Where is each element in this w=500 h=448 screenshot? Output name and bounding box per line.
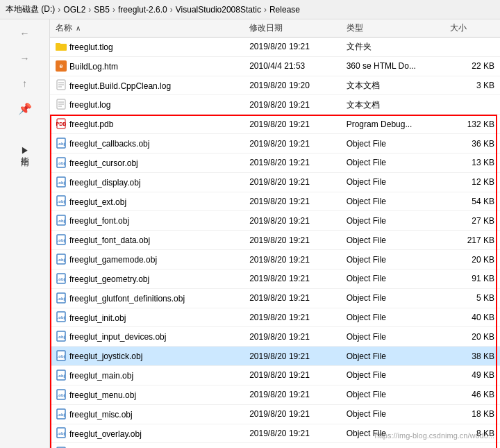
file-table: 名称 ∧ 修改日期 类型 大小 freeglut.tlog2019/8/20 1… xyxy=(50,19,500,448)
breadcrumb-item-ogl2[interactable]: OGL2 xyxy=(63,5,85,15)
nav-pin-icon[interactable]: 📌 xyxy=(18,101,32,115)
obj-icon: .obj xyxy=(56,408,67,420)
file-size-cell: 46 KB xyxy=(444,385,500,404)
table-row[interactable]: .obj freeglut_ext.obj2019/8/20 19:21Obje… xyxy=(50,192,500,211)
file-size-cell: 22 KB xyxy=(444,56,500,76)
table-row[interactable]: .obj freeglut_font.obj2019/8/20 19:21Obj… xyxy=(50,211,500,231)
file-size-cell: 38 KB xyxy=(444,347,500,366)
file-name-cell: .obj freeglut_font.obj xyxy=(50,211,244,231)
obj-icon: .obj xyxy=(56,427,67,438)
table-row[interactable]: freeglut.Build.CppClean.log2019/8/20 19:… xyxy=(50,76,500,95)
file-name-label: freeglut_glutfont_definitions.obj xyxy=(69,294,185,304)
file-size-cell: 12 KB xyxy=(444,172,500,192)
file-name-cell: freeglut.Build.CppClean.log xyxy=(50,76,244,95)
breadcrumb-item-freeglut[interactable]: freeglut-2.6.0 xyxy=(118,5,167,15)
file-name-label: freeglut_overlay.obj xyxy=(69,429,142,438)
file-name-cell: .obj freeglut_geometry.obj xyxy=(50,269,244,288)
svg-text:.obj: .obj xyxy=(58,219,65,223)
file-type-cell: Object File xyxy=(341,211,445,231)
file-type-cell: Object File xyxy=(341,404,445,424)
nav-forward-icon[interactable]: → xyxy=(18,51,32,65)
file-name-cell: freeglut.log xyxy=(50,95,244,115)
table-row[interactable]: .obj freeglut_cursor.obj2019/8/20 19:21O… xyxy=(50,153,500,172)
file-name-label: freeglut.tlog xyxy=(69,42,113,52)
svg-text:.obj: .obj xyxy=(58,335,65,339)
file-date-cell: 2019/8/20 19:21 xyxy=(244,385,341,404)
file-size-cell xyxy=(444,38,500,57)
file-name-cell: .obj freeglut_font_data.obj xyxy=(50,231,244,250)
breadcrumb-item-vs[interactable]: VisualStudio2008Static xyxy=(176,5,261,15)
file-type-cell: Object File xyxy=(341,385,445,404)
svg-rect-1 xyxy=(56,43,60,45)
col-header-type[interactable]: 类型 xyxy=(341,19,445,38)
folder-icon xyxy=(56,41,67,52)
svg-text:.obj: .obj xyxy=(58,393,65,397)
file-date-cell: 2019/8/20 19:21 xyxy=(244,327,341,347)
table-row[interactable]: .obj freeglut_display.obj2019/8/20 19:21… xyxy=(50,172,500,192)
table-row[interactable]: .obj freeglut_geometry.obj2019/8/20 19:2… xyxy=(50,269,500,288)
file-size-cell: 40 KB xyxy=(444,308,500,327)
file-name-label: freeglut_gamemode.obj xyxy=(69,255,157,265)
file-name-label: freeglut_font.obj xyxy=(69,216,129,226)
file-name-cell: .obj freeglut_main.obj xyxy=(50,366,244,385)
table-row[interactable]: freeglut.log2019/8/20 19:21文本文档 xyxy=(50,95,500,115)
table-row[interactable]: .obj freeglut_callbacks.obj2019/8/20 19:… xyxy=(50,134,500,154)
file-size-cell: 132 KB xyxy=(444,115,500,134)
file-date-cell: 2019/8/20 19:21 xyxy=(244,250,341,269)
log-icon xyxy=(56,79,67,90)
table-row[interactable]: eBuildLog.htm2010/4/4 21:53360 se HTML D… xyxy=(50,56,500,76)
svg-text:.obj: .obj xyxy=(58,315,65,320)
svg-text:PDB: PDB xyxy=(56,122,67,126)
file-name-cell: .obj freeglut_ext.obj xyxy=(50,192,244,211)
file-name-label: freeglut.pdb xyxy=(69,119,113,129)
obj-icon: .obj xyxy=(56,350,67,361)
file-name-label: freeglut_menu.obj xyxy=(69,390,136,400)
file-size-cell: 217 KB xyxy=(444,231,500,250)
breadcrumb-item-release[interactable]: Release xyxy=(269,5,300,15)
col-header-date[interactable]: 修改日期 xyxy=(244,19,341,38)
table-row[interactable]: freeglut.tlog2019/8/20 19:21文件夹 xyxy=(50,38,500,57)
table-row[interactable]: .obj freeglut_font_data.obj2019/8/20 19:… xyxy=(50,231,500,250)
nav-back-icon[interactable]: ← xyxy=(18,26,32,40)
table-row[interactable]: .obj freeglut_menu.obj2019/8/20 19:21Obj… xyxy=(50,385,500,404)
file-name-label: freeglut_geometry.obj xyxy=(69,274,149,284)
table-row[interactable]: .obj freeglut_joystick.obj2019/8/20 19:2… xyxy=(50,347,500,366)
file-date-cell: 2019/8/20 19:21 xyxy=(244,269,341,288)
file-name-cell: .obj freeglut_display.obj xyxy=(50,172,244,192)
file-type-cell: Object File xyxy=(341,366,445,385)
file-size-cell: 8 KB xyxy=(444,424,500,443)
file-date-cell: 2019/8/20 19:21 xyxy=(244,424,341,443)
file-date-cell: 2019/8/20 19:21 xyxy=(244,404,341,424)
table-row[interactable]: .obj freeglut_main.obj2019/8/20 19:21Obj… xyxy=(50,366,500,385)
log-icon xyxy=(56,99,67,110)
file-date-cell: 2019/8/20 19:21 xyxy=(244,115,341,134)
file-date-cell: 2019/8/20 19:21 xyxy=(244,192,341,211)
col-header-name[interactable]: 名称 ∧ xyxy=(50,19,244,38)
file-date-cell: 2019/8/20 19:20 xyxy=(244,76,341,95)
obj-icon: .obj xyxy=(56,311,67,322)
table-row[interactable]: .obj freeglut_init.obj2019/8/20 19:21Obj… xyxy=(50,308,500,327)
file-name-cell: .obj freeglut_spaceball.obj xyxy=(50,443,244,448)
col-header-size[interactable]: 大小 xyxy=(444,19,500,38)
svg-text:.obj: .obj xyxy=(58,181,65,185)
table-row[interactable]: .obj freeglut_glutfont_definitions.obj20… xyxy=(50,288,500,308)
obj-icon: .obj xyxy=(56,370,67,381)
file-name-cell: eBuildLog.htm xyxy=(50,56,244,76)
breadcrumb-item-disk[interactable]: 本地磁盘 (D:) xyxy=(6,3,55,15)
table-row[interactable]: .obj freeglut_misc.obj2019/8/20 19:21Obj… xyxy=(50,404,500,424)
breadcrumb-sep: › xyxy=(112,5,115,15)
table-row[interactable]: .obj freeglut_spaceball.obj2019/8/20 19:… xyxy=(50,443,500,448)
file-date-cell: 2019/8/20 19:21 xyxy=(244,443,341,448)
table-row[interactable]: .obj freeglut_overlay.obj2019/8/20 19:21… xyxy=(50,424,500,443)
table-row[interactable]: .obj freeglut_input_devices.obj2019/8/20… xyxy=(50,327,500,347)
file-type-cell: Object File xyxy=(341,347,445,366)
breadcrumb-item-sb5[interactable]: SB5 xyxy=(94,5,110,15)
table-row[interactable]: .obj freeglut_gamemode.obj2019/8/20 19:2… xyxy=(50,250,500,269)
file-date-cell: 2019/8/20 19:21 xyxy=(244,366,341,385)
file-size-cell: 3 KB xyxy=(444,76,500,95)
file-type-cell: Object File xyxy=(341,288,445,308)
file-size-cell: 13 KB xyxy=(444,153,500,172)
nav-up-icon[interactable]: ↑ xyxy=(18,76,32,90)
table-row[interactable]: PDB freeglut.pdb2019/8/20 19:21Program D… xyxy=(50,115,500,134)
obj-icon: .obj xyxy=(56,138,67,149)
